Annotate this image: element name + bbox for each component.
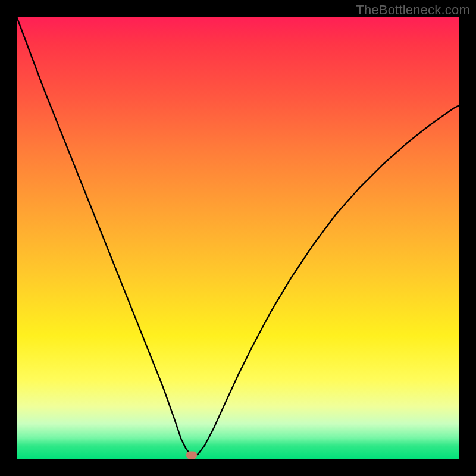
- plot-background-gradient: [17, 17, 459, 459]
- chart-frame: TheBottleneck.com: [0, 0, 476, 476]
- watermark-text: TheBottleneck.com: [356, 2, 470, 18]
- optimum-marker: [186, 452, 197, 459]
